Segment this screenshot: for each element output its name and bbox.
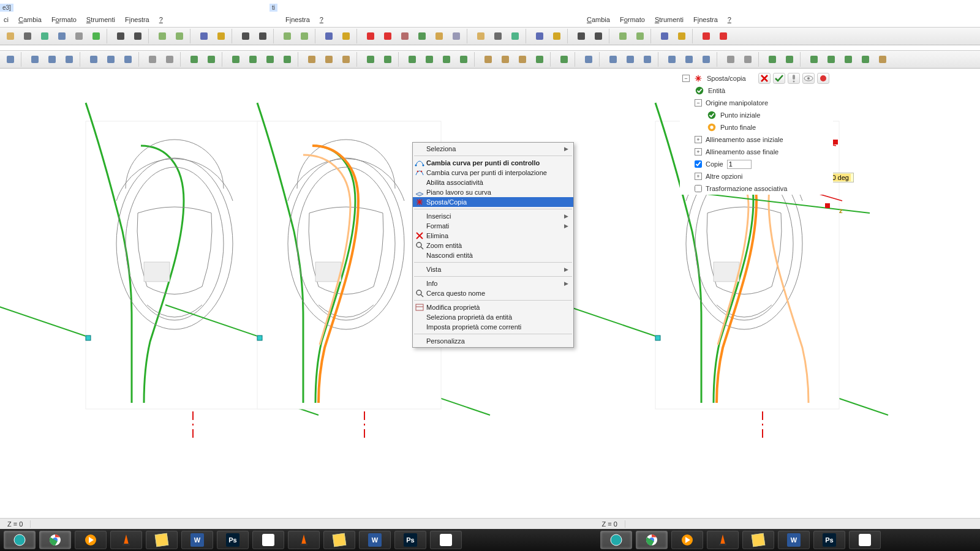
arrow-tool[interactable] (657, 29, 673, 43)
x-red2-tool[interactable] (715, 29, 731, 43)
copie-checkbox[interactable] (695, 160, 702, 168)
fillet-tool[interactable] (145, 52, 160, 67)
ctx-abilita-associativit-[interactable]: Abilita associatività (413, 178, 573, 187)
wmp-icon[interactable] (671, 531, 703, 549)
box2-tool[interactable] (858, 52, 873, 67)
measure-tool[interactable] (54, 29, 70, 43)
photoshop-icon[interactable]: Ps (217, 531, 249, 549)
arrow-tool[interactable] (532, 29, 548, 43)
cube3-tool[interactable] (875, 52, 891, 67)
expand-icon[interactable]: + (695, 148, 702, 156)
panel-punto-iniziale[interactable]: Punto iniziale (680, 109, 833, 121)
curl-tool[interactable] (120, 52, 136, 67)
expand-icon[interactable]: + (695, 136, 702, 143)
sphere-tool[interactable] (228, 52, 244, 67)
menu-item[interactable]: Strumenti (83, 15, 119, 24)
ctx-sposta-copia[interactable]: Sposta/Copia (413, 197, 573, 207)
plane-tool[interactable] (154, 29, 170, 43)
panel-entita[interactable]: Entità (680, 84, 833, 97)
stack-tool[interactable] (532, 52, 548, 67)
ctx-seleziona-propriet-da-entit-[interactable]: Seleziona proprietà da entità (413, 312, 573, 322)
circle-tool[interactable] (2, 52, 18, 67)
solid-g2-tool[interactable] (782, 52, 797, 67)
select-plus-tool[interactable] (590, 29, 606, 43)
ctx-vista[interactable]: Vista▶ (413, 264, 573, 274)
expand-icon[interactable]: + (695, 173, 702, 180)
arc3-tool[interactable] (639, 52, 655, 67)
lasso-tool[interactable] (507, 29, 523, 43)
x-red-tool[interactable] (698, 29, 714, 43)
zoom-tool[interactable] (490, 29, 506, 43)
cube3-tool[interactable] (480, 52, 496, 67)
ctx-seleziona[interactable]: Seleziona▶ (413, 144, 573, 154)
ctx-inserisci[interactable]: Inserisci▶ (413, 211, 573, 221)
app-icon[interactable] (430, 531, 462, 549)
ctx-elimina[interactable]: Elimina (413, 231, 573, 241)
panel-origine[interactable]: − Origine manipolatore (680, 97, 833, 109)
cube-tool[interactable] (2, 29, 18, 43)
sticky-icon[interactable] (742, 531, 774, 549)
box-tool[interactable] (421, 52, 437, 67)
solid-g-tool[interactable] (363, 52, 379, 67)
ctx-modifica-propriet-[interactable]: Modifica proprietà (413, 302, 573, 312)
start-icon[interactable] (600, 531, 632, 549)
vlc-icon[interactable] (110, 531, 142, 549)
arc-tool[interactable] (605, 52, 621, 67)
bolt-tool[interactable] (549, 29, 565, 43)
box2-tool[interactable] (456, 52, 472, 67)
arc2-tool[interactable] (44, 52, 60, 67)
solid-g2-tool[interactable] (380, 52, 396, 67)
record-button[interactable] (817, 73, 829, 84)
menu-item[interactable]: ? (316, 15, 327, 24)
panel-allineamento-iniziale[interactable]: + Allineamento asse iniziale (680, 133, 833, 146)
warning-button[interactable] (788, 73, 800, 84)
menu-item[interactable]: Finestra (121, 15, 153, 24)
menu-item[interactable]: Formato (48, 15, 80, 24)
ctx-personalizza[interactable]: Personalizza (413, 336, 573, 346)
app-icon[interactable] (252, 531, 284, 549)
collapse-icon[interactable]: − (695, 99, 702, 107)
photoshop-icon[interactable]: Ps (394, 531, 426, 549)
circle-tool[interactable] (581, 52, 597, 67)
lasso-tool[interactable] (37, 29, 53, 43)
cube-g-tool[interactable] (556, 52, 572, 67)
fillet2-tool[interactable] (162, 52, 178, 67)
ellipse-tool[interactable] (681, 52, 697, 67)
copie-input[interactable] (727, 160, 752, 169)
menu-item[interactable]: Strumenti (651, 15, 687, 24)
menu-item[interactable]: Cambia (15, 15, 45, 24)
vlc-icon[interactable] (288, 531, 320, 549)
trasf-checkbox[interactable] (695, 185, 702, 192)
disk-tool[interactable] (448, 29, 464, 43)
box-tool[interactable] (245, 52, 261, 67)
fillet2-tool[interactable] (740, 52, 756, 67)
plane-v-tool[interactable] (296, 29, 312, 43)
panel-altre-opzioni[interactable]: + Altre opzioni (680, 170, 833, 182)
ctx-piano-lavoro-su-curva[interactable]: Piano lavoro su curva (413, 187, 573, 197)
panel-trasformazione[interactable]: Trasformazione associativa (680, 182, 833, 195)
bolt-tool[interactable] (338, 29, 354, 43)
sphere-tool[interactable] (404, 52, 420, 67)
cyl-tool[interactable] (262, 52, 278, 67)
select-plus-tool[interactable] (130, 29, 146, 43)
cancel-button[interactable] (758, 73, 771, 84)
select-tool[interactable] (113, 29, 129, 43)
plane-tool[interactable] (615, 29, 631, 43)
plane-v-tool[interactable] (172, 29, 187, 43)
ctx-nascondi-entit-[interactable]: Nascondi entità (413, 250, 573, 260)
menu-item[interactable]: ci (0, 15, 12, 24)
cube3-tool[interactable] (304, 52, 320, 67)
rect-tool[interactable] (86, 52, 102, 67)
ctx-zoom-entit-[interactable]: Zoom entità (413, 241, 573, 250)
ctx-cambia-curva-per-punti-di-interpolazione[interactable]: Cambia curva per punti di interpolazione (413, 168, 573, 178)
sphere-tool[interactable] (806, 52, 822, 67)
start-icon[interactable] (4, 531, 36, 549)
menu-item[interactable]: Cambia (583, 15, 614, 24)
menu-item[interactable]: Finestra (690, 15, 722, 24)
select-tool[interactable] (238, 29, 254, 43)
wmp-icon[interactable] (75, 531, 107, 549)
preview-button[interactable] (802, 73, 815, 84)
arc2-tool[interactable] (622, 52, 638, 67)
panel-punto-finale[interactable]: Punto finale (680, 121, 833, 133)
bolt-tool[interactable] (674, 29, 690, 43)
